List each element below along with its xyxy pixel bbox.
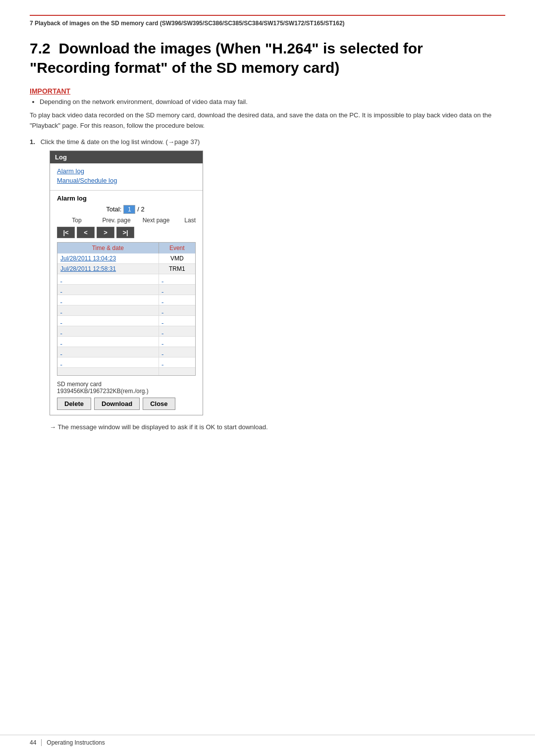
sd-capacity: 1939456KB/1967232KB(rem./org.) xyxy=(57,388,196,395)
action-buttons: Delete Download Close xyxy=(50,396,203,415)
total-separator: / 2 xyxy=(137,205,144,213)
log-table: Time & date Event Jul/28/2011 13:04:23VM… xyxy=(57,243,195,376)
nav-first-button[interactable]: |< xyxy=(57,227,75,238)
log-table-container: Time & date Event Jul/28/2011 13:04:23VM… xyxy=(57,242,196,376)
footer-page-number: 44 xyxy=(30,739,36,746)
top-bar: 7 Playback of images on the SD memory ca… xyxy=(30,15,505,27)
delete-button[interactable]: Delete xyxy=(57,398,91,410)
manual-schedule-log-link[interactable]: Manual/Schedule log xyxy=(57,177,196,184)
step-1-text: 1. Click the time & date on the log list… xyxy=(30,138,505,146)
sd-info: SD memory card 1939456KB/1967232KB(rem./… xyxy=(50,378,203,396)
nav-labels: Top Prev. page Next page Last xyxy=(50,216,203,225)
table-row-empty xyxy=(57,284,195,295)
table-row[interactable]: Jul/28/2011 12:58:31TRM1 xyxy=(57,263,195,274)
download-button[interactable]: Download xyxy=(94,398,140,410)
nav-buttons: |< < > >| xyxy=(50,225,203,240)
col-datetime: Time & date xyxy=(57,243,159,253)
log-panel: Log Alarm log Manual/Schedule log Alarm … xyxy=(50,151,203,415)
nav-label-next: Next page xyxy=(136,217,176,224)
nav-label-prev: Prev. page xyxy=(97,217,136,224)
bullet-item-1: Depending on the network environment, do… xyxy=(40,98,505,105)
section-title: 7.2 Download the images (When "H.264" is… xyxy=(30,39,505,77)
table-row[interactable]: Jul/28/2011 13:04:23VMD xyxy=(57,253,195,264)
table-row-empty xyxy=(57,367,195,376)
row-event: VMD xyxy=(159,253,195,264)
table-row-empty xyxy=(57,347,195,357)
total-current: 1 xyxy=(123,205,135,214)
col-event: Event xyxy=(159,243,195,253)
log-panel-header: Log xyxy=(50,151,203,163)
row-datetime[interactable]: Jul/28/2011 13:04:23 xyxy=(57,253,159,264)
footer-separator xyxy=(41,739,42,746)
table-header-row: Time & date Event xyxy=(57,243,195,253)
nav-last-button[interactable]: >| xyxy=(116,227,134,238)
bullet-list: Depending on the network environment, do… xyxy=(40,98,505,105)
sd-label: SD memory card xyxy=(57,381,196,388)
footer: 44 Operating Instructions xyxy=(0,735,535,746)
table-row-empty xyxy=(57,274,195,284)
row-datetime[interactable]: Jul/28/2011 12:58:31 xyxy=(57,263,159,274)
row-event: TRM1 xyxy=(159,263,195,274)
nav-label-top: Top xyxy=(57,217,97,224)
table-row-empty xyxy=(57,315,195,326)
chapter-header: 7 Playback of images on the SD memory ca… xyxy=(30,20,345,27)
close-button[interactable]: Close xyxy=(143,398,175,410)
log-total-row: Total: 1 / 2 xyxy=(50,203,203,216)
table-row-empty xyxy=(57,295,195,305)
alarm-log-link[interactable]: Alarm log xyxy=(57,167,196,175)
footer-label: Operating Instructions xyxy=(47,739,105,746)
arrow-note: → The message window will be displayed t… xyxy=(50,423,505,431)
intro-text: To play back video data recorded on the … xyxy=(30,110,505,131)
table-row-empty xyxy=(57,305,195,315)
nav-next-button[interactable]: > xyxy=(97,227,114,238)
table-row-empty xyxy=(57,326,195,336)
nav-prev-button[interactable]: < xyxy=(77,227,95,238)
nav-label-last: Last xyxy=(176,217,196,224)
table-row-empty xyxy=(57,336,195,347)
table-row-empty xyxy=(57,357,195,367)
important-label: IMPORTANT xyxy=(30,87,505,95)
total-label: Total: xyxy=(106,205,121,213)
log-panel-links: Alarm log Manual/Schedule log xyxy=(50,163,203,191)
alarm-section-title: Alarm log xyxy=(50,191,203,203)
